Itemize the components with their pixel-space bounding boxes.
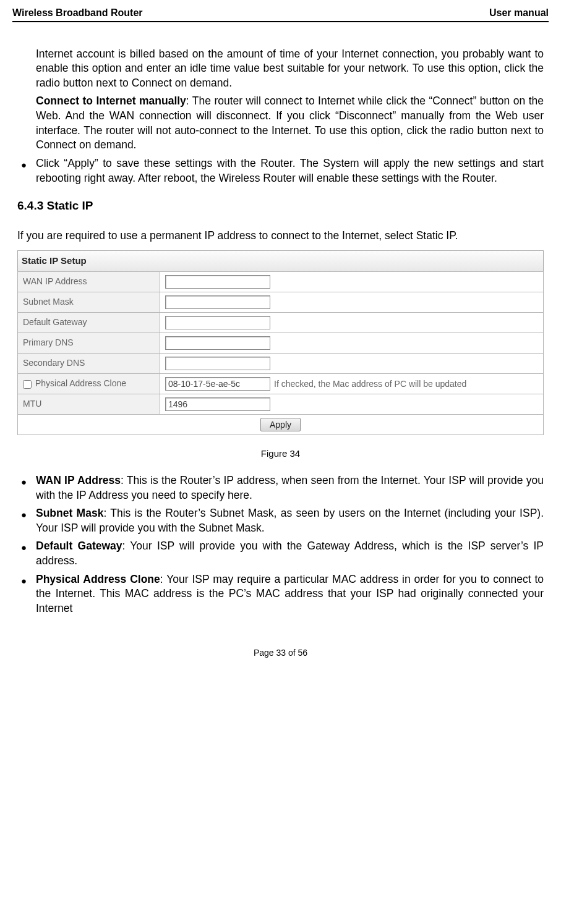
input-clone[interactable] [165, 377, 270, 391]
bullet-wan-ip: ● WAN IP Address: This is the Router’s I… [17, 473, 544, 502]
checkbox-clone[interactable] [23, 380, 32, 389]
bullet-icon: ● [17, 473, 36, 502]
bullet-icon: ● [17, 156, 36, 185]
input-subnet[interactable] [165, 295, 270, 309]
lead-paragraph: If you are required to use a permanent I… [17, 229, 544, 244]
manual-label: Connect to Internet manually [36, 95, 186, 107]
apply-bullet-text: Click “Apply” to save these settings wit… [36, 156, 544, 185]
manual-paragraph: Connect to Internet manually: The router… [36, 94, 544, 153]
figure-caption: Figure 34 [17, 447, 544, 460]
row-clone: Physical Address Clone If checked, the M… [18, 373, 544, 394]
bullet-gateway: ● Default Gateway: Your ISP will provide… [17, 539, 544, 568]
input-primary-dns[interactable] [165, 336, 270, 350]
input-secondary-dns[interactable] [165, 357, 270, 370]
label-clone: Physical Address Clone [18, 373, 160, 394]
input-mtu[interactable] [165, 397, 270, 411]
wan-label: WAN IP Address [36, 474, 121, 486]
row-secondary-dns: Secondary DNS [18, 353, 544, 373]
static-ip-form: WAN IP Address Subnet Mask Default Gatew… [17, 271, 544, 435]
subnet-text: : This is the Router’s Subnet Mask, as s… [36, 507, 544, 534]
apply-bullet: ● Click “Apply” to save these settings w… [17, 156, 544, 185]
page-footer: Page 33 of 56 [12, 647, 549, 659]
row-primary-dns: Primary DNS [18, 333, 544, 353]
input-gateway[interactable] [165, 316, 270, 329]
label-secondary-dns: Secondary DNS [18, 353, 160, 373]
row-wan-ip: WAN IP Address [18, 271, 544, 292]
bullet-icon: ● [17, 539, 36, 568]
label-gateway: Default Gateway [18, 312, 160, 333]
label-clone-text: Physical Address Clone [35, 378, 126, 388]
panel-title: Static IP Setup [17, 250, 544, 271]
row-mtu: MTU [18, 394, 544, 414]
bullet-subnet: ● Subnet Mask: This is the Router’s Subn… [17, 506, 544, 535]
static-ip-figure: Static IP Setup WAN IP Address Subnet Ma… [17, 250, 544, 434]
header-left: Wireless Broadband Router [12, 6, 143, 20]
bullet-icon: ● [17, 572, 36, 616]
page-header: Wireless Broadband Router User manual [12, 6, 549, 22]
label-subnet: Subnet Mask [18, 292, 160, 312]
section-heading: 6.4.3 Static IP [17, 198, 544, 214]
row-gateway: Default Gateway [18, 312, 544, 333]
input-wan-ip[interactable] [165, 275, 270, 289]
label-mtu: MTU [18, 394, 160, 414]
apply-button[interactable]: Apply [260, 418, 301, 431]
row-subnet: Subnet Mask [18, 292, 544, 312]
continued-paragraph: Internet account is billed based on the … [36, 47, 544, 91]
clone-note: If checked, the Mac address of PC will b… [274, 377, 538, 390]
clone-label: Physical Address Clone [36, 573, 160, 585]
row-apply: Apply [18, 414, 544, 434]
label-wan-ip: WAN IP Address [18, 271, 160, 292]
bullet-clone: ● Physical Address Clone: Your ISP may r… [17, 572, 544, 616]
page-content: Internet account is billed based on the … [17, 47, 544, 616]
bullet-icon: ● [17, 506, 36, 535]
subnet-label: Subnet Mask [36, 507, 103, 519]
gateway-label: Default Gateway [36, 540, 122, 552]
label-primary-dns: Primary DNS [18, 333, 160, 353]
header-right: User manual [489, 6, 549, 20]
